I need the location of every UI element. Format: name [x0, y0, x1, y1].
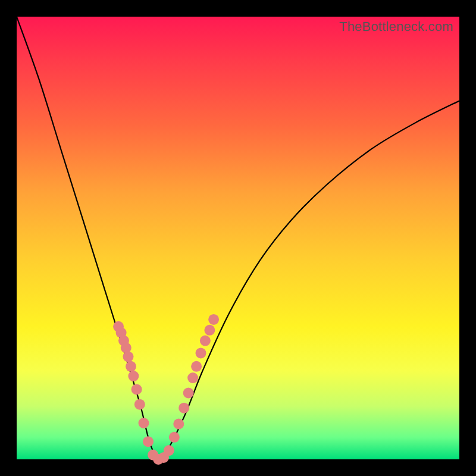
sample-point [204, 325, 215, 336]
sample-point [208, 314, 219, 325]
sample-point [134, 399, 145, 410]
sample-point [131, 384, 142, 394]
plot-area: TheBottleneck.com [17, 17, 459, 459]
sample-point [187, 372, 198, 383]
bottleneck-curve [17, 17, 459, 460]
sample-point [196, 347, 206, 358]
sample-point [126, 361, 136, 372]
sample-points-group [113, 314, 219, 465]
sample-point [200, 336, 211, 346]
sample-point [143, 436, 154, 447]
sample-point [173, 419, 184, 430]
sample-point [164, 445, 174, 456]
sample-point [191, 361, 202, 372]
sample-point [169, 432, 180, 443]
sample-point [183, 387, 194, 398]
sample-point [128, 371, 139, 381]
chart-svg [17, 17, 459, 459]
sample-point [123, 351, 134, 362]
sample-point [178, 403, 189, 414]
outer-frame: TheBottleneck.com [0, 0, 476, 476]
sample-point [139, 418, 149, 428]
